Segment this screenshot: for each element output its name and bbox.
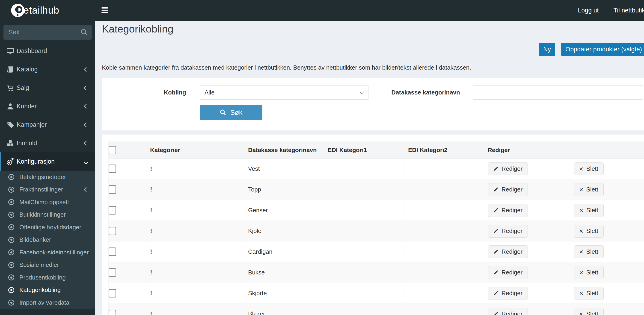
edit-button[interactable]: Rediger — [488, 266, 528, 279]
delete-button[interactable]: ×Slett — [574, 266, 604, 279]
to-webshop-link[interactable]: Til nettbutikken — [613, 7, 644, 14]
submenu-item-import-varedata[interactable]: Import av varedata — [0, 296, 95, 309]
edi2-cell — [404, 304, 484, 315]
chevron-left-icon — [84, 141, 88, 145]
missing-category-warning: ! — [146, 262, 244, 283]
kobling-select[interactable]: Alle — [200, 85, 368, 100]
sidebar-item-label: Kunder — [16, 103, 37, 110]
sidebar-item-dashboard[interactable]: Dashboard — [0, 42, 95, 60]
row-checkbox[interactable] — [108, 248, 116, 256]
submenu-label: MailChimp oppsett — [19, 199, 69, 206]
update-products-button[interactable]: Oppdater produkter (valgte) — [561, 43, 644, 56]
row-checkbox[interactable] — [108, 227, 116, 235]
cubes-icon — [6, 139, 16, 147]
table-row: ! Genser Rediger ×Slett — [108, 200, 644, 221]
edit-button[interactable]: Rediger — [488, 225, 528, 238]
row-checkbox[interactable] — [108, 289, 116, 298]
delete-button-label: Slett — [586, 165, 598, 172]
submenu-label: Fraktinnstillinger — [19, 186, 63, 193]
sidebar-item-label: Salg — [16, 84, 29, 91]
pencil-icon — [493, 166, 498, 172]
close-icon: × — [579, 165, 583, 172]
sidebar-search-input[interactable] — [4, 25, 92, 40]
user-icon — [6, 102, 16, 110]
sidebar-item-salg[interactable]: Salg — [0, 79, 95, 97]
missing-category-warning: ! — [146, 179, 244, 200]
row-checkbox[interactable] — [108, 310, 116, 315]
new-button[interactable]: Ny — [539, 43, 555, 56]
sidebar-item-konfigurasjon[interactable]: Konfigurasjon — [0, 152, 95, 171]
edit-button[interactable]: Rediger — [488, 308, 528, 315]
sidebar-item-innhold[interactable]: Innhold — [0, 134, 95, 152]
edi1-cell — [324, 242, 404, 262]
submenu-item-hoytidsdager[interactable]: Offentlige høytidsdager — [0, 221, 95, 234]
close-icon: × — [579, 269, 583, 276]
delete-button[interactable]: ×Slett — [574, 287, 604, 300]
row-checkbox[interactable] — [108, 268, 116, 277]
edit-button-label: Rediger — [502, 207, 522, 214]
dot-circle-icon — [8, 187, 14, 193]
brand-logo[interactable]: etailhub — [11, 0, 59, 21]
edit-button[interactable]: Rediger — [488, 162, 528, 175]
edit-button[interactable]: Rediger — [488, 287, 528, 300]
brand-logo-ring — [15, 6, 22, 13]
edit-button[interactable]: Rediger — [488, 204, 528, 217]
select-all-checkbox[interactable] — [108, 146, 116, 154]
delete-button[interactable]: ×Slett — [574, 308, 604, 315]
datakasse-name: Cardigan — [244, 242, 324, 262]
sidebar-item-kunder[interactable]: Kunder — [0, 97, 95, 115]
submenu-label: Betalingsmetoder — [19, 174, 66, 181]
submenu-item-fraktinnstillinger[interactable]: Fraktinnstillinger — [0, 183, 95, 196]
brand-logo-stem — [16, 7, 18, 13]
dot-circle-icon — [8, 262, 14, 268]
search-button[interactable]: Søk — [200, 105, 262, 120]
submenu-item-betalingsmetoder[interactable]: Betalingsmetoder — [0, 171, 95, 183]
search-icon[interactable] — [80, 28, 88, 36]
submenu-item-sosiale-medier[interactable]: Sosiale medier — [0, 259, 95, 272]
row-checkbox[interactable] — [108, 165, 116, 173]
table-row: ! Cardigan Rediger ×Slett — [108, 242, 644, 262]
submenu-item-kategorikobling[interactable]: Kategorikobling — [0, 284, 95, 297]
dot-circle-icon — [8, 224, 14, 230]
edit-button[interactable]: Rediger — [488, 183, 528, 196]
navbar-right: Logg ut Til nettbutikken — [578, 0, 644, 21]
page-description: Koble sammen kategorier fra datakassen m… — [102, 64, 471, 71]
datakasse-name: Genser — [244, 200, 324, 221]
logout-link[interactable]: Logg ut — [578, 7, 598, 14]
row-checkbox[interactable] — [108, 185, 116, 194]
submenu-item-butikkinnstillinger[interactable]: Butikkinnstillinger — [0, 209, 95, 221]
dot-circle-icon — [8, 287, 14, 293]
edit-button[interactable]: Rediger — [488, 245, 528, 258]
page-actions: Ny Oppdater produkter (valgte) — [539, 43, 644, 56]
edi1-cell — [324, 159, 404, 179]
col-datakasse: Datakasse kategorinavn — [244, 142, 324, 159]
pencil-icon — [493, 311, 498, 315]
sidebar-search — [4, 25, 92, 40]
search-icon — [220, 109, 226, 116]
sidebar-item-katalog[interactable]: Katalog — [0, 60, 95, 79]
delete-button-label: Slett — [586, 227, 598, 235]
delete-button[interactable]: ×Slett — [574, 225, 604, 238]
submenu-item-mailchimp[interactable]: MailChimp oppsett — [0, 196, 95, 209]
row-checkbox[interactable] — [108, 206, 116, 215]
kobling-select-wrap: Alle — [200, 85, 368, 100]
hamburger-menu-icon[interactable] — [102, 7, 108, 14]
submenu-item-produsentkobling[interactable]: Produsentkobling — [0, 271, 95, 284]
sidebar-item-kampanjer[interactable]: Kampanjer — [0, 115, 95, 134]
missing-category-warning: ! — [146, 283, 244, 304]
chevron-left-icon — [84, 187, 88, 192]
edi1-cell — [324, 262, 404, 283]
sidebar-item-label: Innhold — [16, 140, 37, 147]
delete-button[interactable]: ×Slett — [574, 245, 604, 258]
delete-button[interactable]: ×Slett — [574, 204, 604, 217]
submenu-item-facebook[interactable]: Facebook-sideinnstillinger — [0, 246, 95, 259]
dot-circle-icon — [8, 237, 14, 243]
submenu-item-bildebanker[interactable]: Bildebanker — [0, 234, 95, 246]
datakasse-kategorinavn-input[interactable] — [473, 85, 643, 100]
sidebar-item-label: Konfigurasjon — [16, 158, 55, 165]
delete-button[interactable]: ×Slett — [574, 183, 604, 196]
edit-button-label: Rediger — [502, 227, 522, 235]
delete-button[interactable]: ×Slett — [574, 162, 604, 175]
datakasse-name: Kjole — [244, 221, 324, 242]
monitor-icon — [6, 47, 16, 55]
